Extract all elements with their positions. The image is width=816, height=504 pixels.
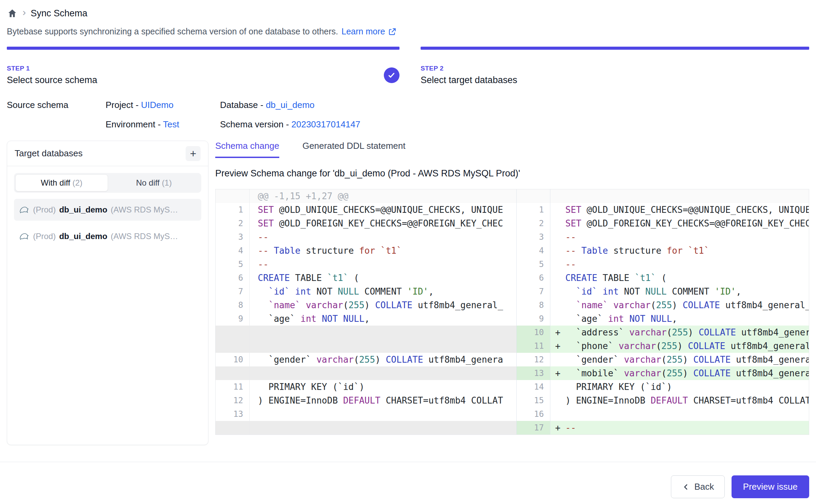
diff-add-marker: + [550,421,565,435]
code-line: PRIMARY KEY (`id`) [250,380,516,394]
step-2: STEP 2 Select target databases [421,47,809,85]
line-number: 10 [216,353,250,366]
breadcrumb-separator-icon: › [22,7,26,19]
line-number: 17 [516,421,550,435]
code-line: `gender` varchar(255) COLLATE utf8mb4_ge… [250,353,516,366]
line-number: 3 [516,230,550,244]
code-line: ) ENGINE=InnoDB DEFAULT CHARSET=utf8mb4 … [550,394,809,407]
project-link[interactable]: UIDemo [141,100,173,110]
source-schema-version: Schema version - 20230317014147 [220,119,809,130]
learn-more-link[interactable]: Learn more [342,27,397,36]
diff-row: 10 `gender` varchar(255) COLLATE utf8mb4… [216,353,809,366]
code-line [250,339,516,353]
breadcrumb: › Sync Schema [7,6,809,20]
code-line: CREATE TABLE `t1` ( [250,271,516,285]
code-line: + `mobile` varchar(255) COLLATE utf8mb4_… [550,366,809,380]
diff-row: 6CREATE TABLE `t1` (6CREATE TABLE `t1` ( [216,271,809,285]
external-link-icon [388,27,397,36]
line-number: 16 [516,407,550,421]
line-number: 6 [216,271,250,285]
code-line [250,326,516,339]
code-line: `name` varchar(255) COLLATE utf8mb4_gene… [250,298,516,312]
step-2-progress-bar [421,47,809,50]
line-number: 8 [516,298,550,312]
code-line: PRIMARY KEY (`id`) [550,380,809,394]
description-text: Bytebase supports synchronizing a specif… [7,27,338,36]
line-number [216,189,250,203]
diff-row: 9 `age` int NOT NULL,9 `age` int NOT NUL… [216,312,809,326]
line-number: 13 [216,407,250,421]
line-number: 7 [516,285,550,298]
line-number: 9 [216,312,250,326]
back-button[interactable]: Back [671,475,725,498]
footer-divider [0,462,816,462]
line-number: 1 [516,203,550,217]
add-target-database-button[interactable]: + [186,146,201,161]
tab-schema-change[interactable]: Schema change [215,141,279,158]
code-line: SET @OLD_FOREIGN_KEY_CHECKS=@@FOREIGN_KE… [550,217,809,230]
page-description: Bytebase supports synchronizing a specif… [7,27,809,36]
diff-row: 10+ `address` varchar(255) COLLATE utf8m… [216,326,809,339]
main-area: Target databases + With diff (2) No diff… [7,141,809,445]
code-line: `age` int NOT NULL, [550,312,809,326]
page-title: Sync Schema [31,8,88,19]
steps-bar: STEP 1 Select source schema STEP 2 Selec… [7,47,809,85]
line-number: 6 [516,271,550,285]
diff-row: 11+ `phone` varchar(255) COLLATE utf8mb4… [216,339,809,353]
sync-schema-page: › Sync Schema Bytebase supports synchron… [0,0,816,504]
line-number: 13 [516,366,550,380]
line-number [216,326,250,339]
filter-tab-no-diff[interactable]: No diff (1) [108,174,200,191]
code-line: `id` int NOT NULL COMMENT 'ID', [550,285,809,298]
diff-row: 1316 [216,407,809,421]
line-number: 2 [516,217,550,230]
code-line [550,407,809,421]
step-1-label: STEP 1 [7,65,384,72]
line-number: 7 [216,285,250,298]
line-number: 1 [216,203,250,217]
step-1-completed-check-icon [384,67,399,83]
target-databases-title: Target databases [15,148,82,159]
database-link[interactable]: db_ui_demo [266,100,314,110]
schema-version-link[interactable]: 20230317014147 [292,119,360,129]
code-line: ) ENGINE=InnoDB DEFAULT CHARSET=utf8mb4 … [250,394,516,407]
line-number: 2 [216,217,250,230]
diff-filter-segmented-control: With diff (2) No diff (1) [14,173,201,193]
line-number: 11 [216,380,250,394]
code-line: -- [250,230,516,244]
diff-add-marker: + [550,326,565,339]
line-number [516,189,550,203]
code-line: + `phone` varchar(255) COLLATE utf8mb4_g… [550,339,809,353]
code-line: -- Table structure for `t1` [550,244,809,257]
step-2-title: Select target databases [421,75,809,85]
diff-row: 8 `name` varchar(255) COLLATE utf8mb4_ge… [216,298,809,312]
target-database-item[interactable]: (Prod) db_ui_demo (AWS RDS MyS… [14,225,201,247]
step-2-label: STEP 2 [421,65,809,72]
tab-generated-ddl[interactable]: Generated DDL statement [302,141,406,158]
home-icon[interactable] [7,8,18,19]
chevron-left-icon [681,483,690,491]
code-line: +-- [550,421,809,435]
line-number: 4 [516,244,550,257]
filter-tab-with-diff[interactable]: With diff (2) [15,174,108,191]
source-schema-summary: Source schema Project - UIDemo Database … [7,100,809,130]
preview-issue-button[interactable]: Preview issue [732,475,809,498]
diff-add-marker: + [550,366,565,380]
diff-row: @@ -1,15 +1,27 @@ [216,189,809,203]
footer-actions: Back Preview issue [671,475,809,498]
code-line: -- [550,257,809,271]
step-1-progress-bar [7,47,399,50]
target-database-item[interactable]: (Prod) db_ui_demo (AWS RDS MyS… [14,199,201,221]
code-line: `name` varchar(255) COLLATE utf8mb4_gene… [550,298,809,312]
code-line: CREATE TABLE `t1` ( [550,271,809,285]
line-number: 8 [216,298,250,312]
line-number: 3 [216,230,250,244]
target-databases-panel: Target databases + With diff (2) No diff… [7,141,208,445]
diff-table[interactable]: @@ -1,15 +1,27 @@1SET @OLD_UNIQUE_CHECKS… [215,189,809,435]
line-number: 5 [216,257,250,271]
line-number: 11 [516,339,550,353]
line-number: 12 [516,353,550,366]
environment-link[interactable]: Test [163,119,179,129]
source-schema-label: Source schema [7,100,106,110]
diff-row: 11 PRIMARY KEY (`id`)14 PRIMARY KEY (`id… [216,380,809,394]
